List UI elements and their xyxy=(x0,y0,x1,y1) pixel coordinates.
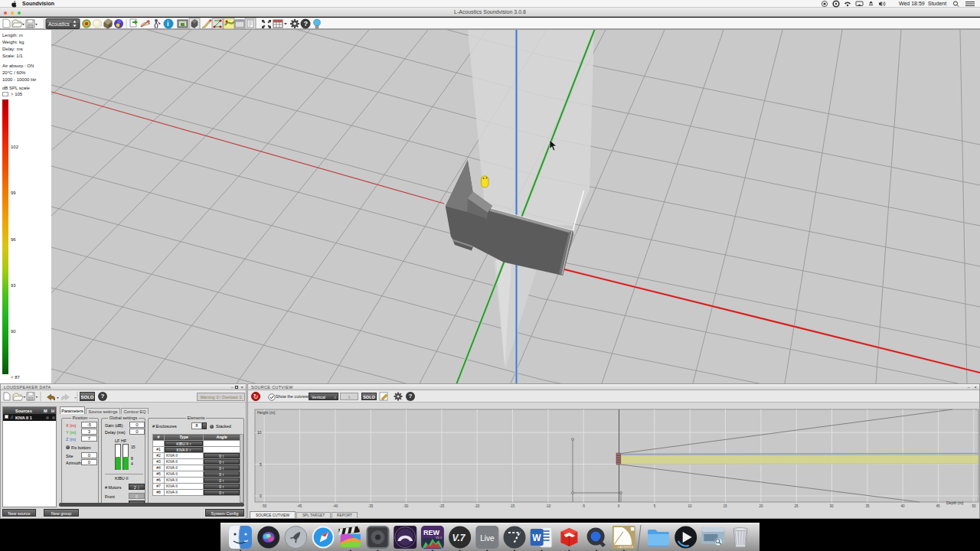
svg-text:50: 50 xyxy=(972,504,976,508)
svg-text:-10: -10 xyxy=(546,504,551,508)
svg-text:-5: -5 xyxy=(582,504,585,508)
svg-text:i: i xyxy=(167,20,169,28)
svg-text:20: 20 xyxy=(759,504,763,508)
svg-text:5: 5 xyxy=(260,462,262,467)
svg-text:30: 30 xyxy=(829,504,834,508)
svg-text:35: 35 xyxy=(865,504,870,508)
svg-text:40: 40 xyxy=(900,504,905,508)
svg-text:Height (m): Height (m) xyxy=(257,410,276,415)
svg-text:5: 5 xyxy=(654,504,656,508)
svg-text:?: ? xyxy=(304,20,309,28)
svg-text:-35: -35 xyxy=(368,504,374,508)
svg-text:W: W xyxy=(532,533,541,543)
svg-text:15: 15 xyxy=(723,504,727,508)
svg-text:V.7: V.7 xyxy=(452,533,466,543)
svg-text:Acoustics: Acoustics xyxy=(48,21,70,27)
svg-text:25: 25 xyxy=(794,504,799,508)
svg-text:V5.1: V5.1 xyxy=(436,536,443,540)
svg-text:10: 10 xyxy=(257,430,262,435)
svg-text:0: 0 xyxy=(260,494,262,498)
svg-text:Live: Live xyxy=(480,534,495,543)
svg-text:-45: -45 xyxy=(297,504,302,508)
svg-text:10: 10 xyxy=(688,504,692,508)
svg-text:-40: -40 xyxy=(333,504,338,508)
svg-text:Depth (m): Depth (m) xyxy=(946,500,964,505)
svg-text:0: 0 xyxy=(618,504,620,508)
svg-text:L-ACOUSTICS: L-ACOUSTICS xyxy=(618,546,633,549)
svg-text:-50: -50 xyxy=(262,504,267,508)
svg-text:-30: -30 xyxy=(403,504,409,508)
svg-text:-15: -15 xyxy=(510,504,515,508)
svg-text:45: 45 xyxy=(936,504,940,508)
svg-text:-20: -20 xyxy=(475,504,480,508)
svg-text:-25: -25 xyxy=(439,504,445,508)
